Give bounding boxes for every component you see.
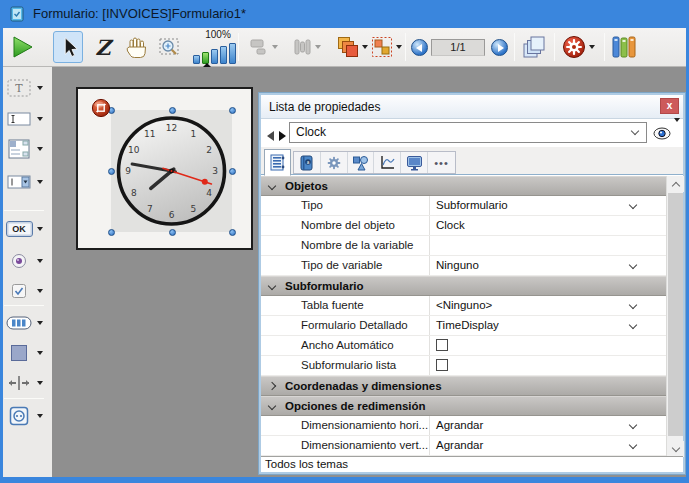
list-box-icon [8, 139, 30, 159]
red-gear-icon [562, 35, 586, 59]
library-button[interactable] [609, 31, 639, 63]
button-bar-tool[interactable] [4, 311, 48, 335]
chevron-down-icon[interactable] [629, 261, 637, 269]
selection-handle[interactable] [169, 229, 176, 236]
property-row: Tabla fuente<Ninguno> [261, 296, 666, 316]
property-value[interactable]: Agrandar [436, 436, 483, 455]
property-row: Dimensionamiento hori...Agrandar [261, 416, 666, 436]
chevron-down-icon[interactable] [629, 441, 637, 449]
combo-box-tool[interactable] [4, 170, 48, 194]
column-divider [429, 296, 430, 315]
align-objects-button[interactable] [244, 31, 282, 63]
window-title: Formulario: [INVOICES]Formulario1* [33, 0, 246, 28]
selection-handle[interactable] [229, 168, 236, 175]
display-views-button[interactable] [519, 31, 549, 63]
column-divider [429, 256, 430, 275]
tab-property-list[interactable] [264, 149, 291, 176]
subform-badge-icon[interactable] [91, 98, 111, 118]
radio-button-icon [11, 253, 27, 269]
clock-number: 12 [166, 123, 177, 133]
check-box-tool[interactable] [4, 279, 48, 303]
list-box-tool[interactable] [4, 137, 48, 161]
window-titlebar[interactable]: Formulario: [INVOICES]Formulario1* [0, 0, 689, 28]
static-text-tool[interactable]: T [4, 76, 48, 100]
tab-database[interactable]: a [294, 152, 321, 173]
chevron-down-icon[interactable] [629, 321, 637, 329]
selection-handle[interactable] [169, 107, 176, 114]
section-header[interactable]: Coordenadas y dimensiones [261, 376, 666, 396]
next-object-button[interactable] [277, 127, 286, 145]
rectangle-tool[interactable] [4, 341, 48, 365]
entry-order-tool-button[interactable]: Z [88, 31, 118, 63]
object-tools-sidebar: T [0, 67, 52, 477]
section-header[interactable]: Opciones de redimensión [261, 396, 666, 416]
form-properties-button[interactable] [558, 31, 598, 63]
column-divider [429, 236, 430, 255]
zoom-tool-button[interactable] [155, 31, 185, 63]
selection-handle[interactable] [108, 168, 115, 175]
tab-display[interactable] [401, 152, 428, 173]
section-header[interactable]: Objetos [261, 176, 666, 196]
property-value[interactable]: Ninguno [436, 256, 479, 275]
scroll-up-button[interactable] [667, 176, 684, 192]
close-icon[interactable]: x [660, 98, 679, 114]
chevron-down-icon[interactable] [629, 201, 637, 209]
selection-handle[interactable] [229, 229, 236, 236]
dropdown-arrow-icon [315, 45, 321, 49]
property-checkbox[interactable] [436, 339, 448, 351]
subform-tool[interactable] [4, 404, 48, 428]
section-title: Objetos [285, 177, 328, 196]
page-indicator-field[interactable]: 1/1 [430, 31, 486, 63]
chevron-down-icon[interactable] [629, 301, 637, 309]
execute-form-button[interactable] [6, 31, 38, 63]
selection-handle[interactable] [108, 229, 115, 236]
button-tool[interactable]: OK [4, 217, 48, 241]
property-value[interactable]: <Ninguno> [436, 296, 492, 315]
previous-page-icon [411, 39, 428, 56]
themes-footer[interactable]: Todos los temas [261, 456, 683, 472]
dropdown-arrow-icon [396, 45, 402, 49]
next-page-button[interactable] [489, 31, 509, 63]
previous-object-button[interactable] [267, 127, 274, 145]
selection-handle[interactable] [229, 107, 236, 114]
scroll-down-button[interactable] [667, 441, 684, 457]
tab-objects[interactable] [348, 152, 375, 173]
chevron-down-icon[interactable] [629, 421, 637, 429]
splitter-icon [8, 375, 30, 391]
dropdown-arrow-icon [589, 45, 595, 49]
tab-events[interactable] [374, 152, 401, 173]
eye-icon [653, 127, 671, 140]
property-row: Nombre de la variable [261, 236, 666, 256]
property-value[interactable]: Clock [436, 216, 465, 235]
combo-box-icon [7, 175, 31, 189]
radio-button-tool[interactable] [4, 249, 48, 273]
object-selector-dropdown[interactable]: Clock [289, 122, 647, 143]
group-objects-button[interactable] [367, 31, 405, 63]
previous-page-button[interactable] [409, 31, 429, 63]
text-input-tool[interactable] [4, 107, 48, 131]
clock-widget: 123456789101112 [111, 110, 232, 232]
property-label: Tipo [301, 196, 323, 215]
property-value[interactable]: Subformulario [436, 196, 508, 215]
show-hide-button[interactable] [653, 126, 680, 144]
distribute-objects-button[interactable] [287, 31, 325, 63]
column-divider [429, 436, 430, 455]
splitter-tool[interactable] [4, 371, 48, 395]
property-label: Tabla fuente [301, 296, 364, 315]
pointer-tool-button[interactable] [53, 31, 83, 63]
tab-settings[interactable] [321, 152, 348, 173]
scrollbar-thumb[interactable] [668, 193, 683, 436]
level-objects-button[interactable] [333, 31, 371, 63]
property-checkbox[interactable] [436, 359, 448, 371]
clock-number: 1 [190, 129, 196, 139]
tab-more[interactable]: ••• [428, 152, 455, 173]
chevron-down-icon [268, 402, 276, 410]
property-value[interactable]: TimeDisplay [436, 316, 499, 335]
form-design-canvas[interactable]: 123456789101112 [76, 87, 253, 250]
move-tool-button[interactable] [122, 31, 152, 63]
panel-titlebar[interactable]: Lista de propiedades x [261, 95, 683, 119]
property-value[interactable]: Agrandar [436, 416, 483, 435]
group-icon [371, 36, 393, 58]
section-header[interactable]: Subformulario [261, 276, 666, 296]
panel-scrollbar[interactable] [666, 176, 683, 457]
